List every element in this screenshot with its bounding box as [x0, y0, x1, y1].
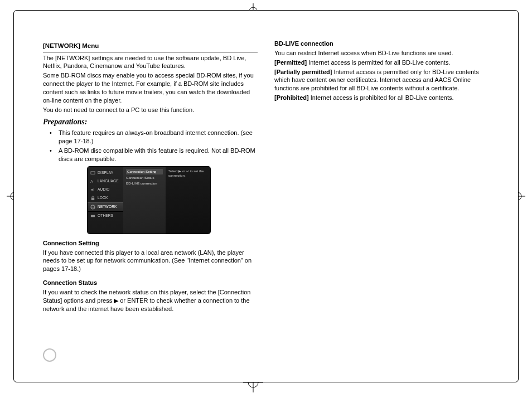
right-column: BD-LIVE connection You can restrict Inte…	[274, 40, 489, 355]
language-icon: A	[90, 179, 95, 184]
netshot-hint: Select ▶ or ↵ to set the connection.	[166, 167, 210, 234]
netshot-sidebar: DISPLAY ALANGUAGE AUDIO LOCK NETWORK OTH…	[88, 167, 123, 234]
lock-icon	[90, 196, 95, 201]
page-frame: [NETWORK] Menu The [NETWORK] settings ar…	[13, 10, 519, 382]
sidebar-item-label: OTHERS	[98, 214, 113, 219]
sidebar-item-label: DISPLAY	[98, 171, 113, 176]
connection-setting-text: If you have connected this player to a l…	[43, 249, 258, 274]
option-prohibited: [Prohibited] Internet access is prohibit…	[274, 94, 489, 102]
network-menu-screenshot: DISPLAY ALANGUAGE AUDIO LOCK NETWORK OTH…	[88, 167, 210, 234]
option-label: [Partially permitted]	[274, 69, 332, 75]
para-intro2: Some BD-ROM discs may enable you to acce…	[43, 71, 258, 104]
para-intro1: The [NETWORK] settings are needed to use…	[43, 54, 258, 71]
option-text: Internet access is permitted for all BD-…	[308, 59, 450, 66]
bdlive-intro: You can restrict Internet access when BD…	[274, 49, 489, 57]
audio-icon	[90, 187, 95, 192]
content: [NETWORK] Menu The [NETWORK] settings ar…	[43, 40, 489, 355]
rule	[43, 52, 258, 52]
page-number-circle	[43, 348, 56, 362]
sidebar-item-label: AUDIO	[98, 187, 110, 192]
network-icon	[90, 205, 95, 210]
list-item: This feature requires an always-on broad…	[46, 129, 258, 145]
option-label: [Prohibited]	[274, 94, 309, 101]
option-text: Internet access is prohibited for all BD…	[311, 94, 454, 101]
list-item: A BD-ROM disc compatible with this featu…	[46, 147, 258, 163]
sidebar-item-label: LOCK	[98, 196, 108, 201]
sidebar-item-label: NETWORK	[98, 205, 117, 210]
para-intro3: You do not need to connect to a PC to us…	[43, 106, 258, 114]
submenu-item[interactable]: Connection Setting	[126, 169, 163, 174]
svg-rect-15	[91, 197, 94, 200]
sidebar-item-others[interactable]: OTHERS	[88, 212, 123, 220]
sidebar-item-display[interactable]: DISPLAY	[88, 169, 123, 177]
bdlive-heading: BD-LIVE connection	[274, 40, 489, 48]
svg-text:A: A	[90, 179, 93, 184]
preparations-list: This feature requires an always-on broad…	[43, 129, 258, 163]
preparations-heading: Preparations:	[43, 117, 258, 128]
others-icon	[90, 214, 95, 219]
sidebar-item-label: LANGUAGE	[98, 179, 119, 184]
netshot-submenu: Connection Setting Connection Status BD-…	[123, 167, 166, 234]
display-icon	[90, 171, 95, 176]
connection-status-text: If you want to check the network status …	[43, 288, 258, 313]
option-permitted: [Permitted] Internet access is permitted…	[274, 59, 489, 67]
submenu-item[interactable]: BD-LIVE connection	[126, 181, 163, 186]
svg-rect-12	[91, 171, 95, 174]
submenu-item[interactable]: Connection Status	[126, 176, 163, 180]
section-title-network: [NETWORK] Menu	[43, 42, 258, 51]
sidebar-item-language[interactable]: ALANGUAGE	[88, 177, 123, 186]
svg-rect-18	[91, 215, 95, 217]
sidebar-item-lock[interactable]: LOCK	[88, 194, 123, 202]
sidebar-item-network[interactable]: NETWORK	[88, 202, 123, 212]
left-column: [NETWORK] Menu The [NETWORK] settings ar…	[43, 40, 258, 355]
connection-setting-heading: Connection Setting	[43, 239, 258, 248]
sidebar-item-audio[interactable]: AUDIO	[88, 186, 123, 194]
option-partially-permitted: [Partially permitted] Internet access is…	[274, 68, 489, 93]
svg-marker-14	[91, 188, 94, 191]
option-label: [Permitted]	[274, 59, 307, 66]
connection-status-heading: Connection Status	[43, 279, 258, 287]
